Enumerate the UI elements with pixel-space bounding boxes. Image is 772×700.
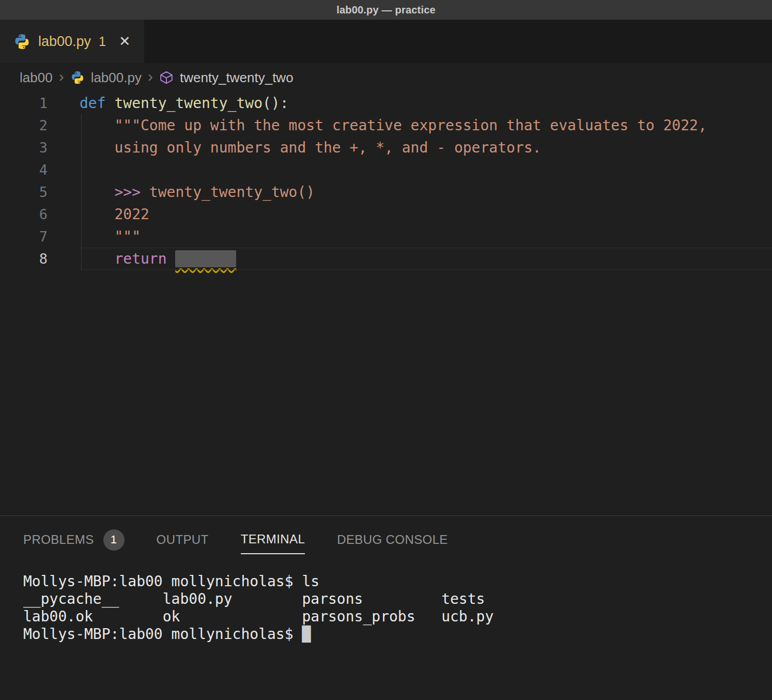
code-text: def twenty_twenty_two(): — [80, 92, 289, 114]
code-lines: 1def twenty_twenty_two():2 """Come up wi… — [0, 92, 772, 270]
line-number: 2 — [0, 114, 48, 136]
terminal-prompt: Mollys-MBP:lab00 mollynicholas$ — [23, 626, 302, 643]
line-number: 8 — [0, 248, 48, 270]
breadcrumb-file[interactable]: lab00.py — [91, 70, 142, 86]
code-line[interactable]: 6 2022 — [0, 203, 772, 225]
symbol-namespace-icon — [159, 70, 174, 85]
tab-problem-count: 1 — [99, 34, 106, 49]
tab-terminal[interactable]: TERMINAL — [241, 525, 305, 554]
breadcrumb-folder[interactable]: lab00 — [20, 70, 53, 86]
panel-tab-label: DEBUG CONSOLE — [337, 526, 448, 554]
line-number: 5 — [0, 181, 48, 203]
tab-debug-console[interactable]: DEBUG CONSOLE — [337, 526, 448, 554]
line-number: 4 — [0, 159, 48, 181]
bottom-panel: PROBLEMS 1 OUTPUT TERMINAL DEBUG CONSOLE… — [0, 515, 772, 700]
panel-tab-label: PROBLEMS — [23, 526, 94, 554]
breadcrumb: lab00 › lab00.py › twenty_twenty_two — [0, 63, 772, 92]
window-title: lab00.py — practice — [336, 4, 436, 16]
code-line[interactable]: 8 return — [0, 248, 772, 270]
vscode-window: lab00.py — practice lab00.py 1 ✕ lab00 ›… — [0, 0, 772, 700]
terminal-line: lab00.ok ok parsons_probs ucb.py — [23, 608, 772, 626]
code-text: 2022 — [80, 203, 149, 225]
tab-output[interactable]: OUTPUT — [157, 526, 209, 554]
problems-count-badge: 1 — [103, 529, 125, 551]
warning-squiggle-selection — [175, 250, 236, 267]
tab-problems[interactable]: PROBLEMS 1 — [23, 526, 125, 554]
editor-tab-bar: lab00.py 1 ✕ — [0, 20, 772, 63]
terminal-line: __pycache__ lab00.py parsons tests — [23, 590, 772, 608]
code-line[interactable]: 2 """Come up with the most creative expr… — [0, 114, 772, 136]
breadcrumb-symbol[interactable]: twenty_twenty_two — [180, 70, 294, 86]
tab-filename: lab00.py — [38, 34, 91, 50]
line-number: 1 — [0, 92, 48, 114]
panel-tab-label: TERMINAL — [241, 525, 305, 554]
code-text: >>> twenty_twenty_two() — [80, 181, 315, 203]
terminal-output[interactable]: Mollys-MBP:lab00 mollynicholas$ ls__pyca… — [0, 564, 772, 643]
code-line[interactable]: 4 — [0, 159, 772, 181]
code-editor[interactable]: 1def twenty_twenty_two():2 """Come up wi… — [0, 92, 772, 515]
terminal-prompt-line[interactable]: Mollys-MBP:lab00 mollynicholas$ █ — [23, 626, 772, 643]
chevron-right-icon: › — [59, 69, 64, 87]
terminal-cursor: █ — [302, 626, 311, 643]
code-text: return — [80, 248, 236, 270]
terminal-line: Mollys-MBP:lab00 mollynicholas$ ls — [23, 573, 772, 590]
panel-tab-label: OUTPUT — [157, 526, 209, 554]
line-number: 6 — [0, 203, 48, 225]
close-icon[interactable]: ✕ — [119, 33, 131, 50]
python-icon — [13, 33, 30, 50]
code-text: using only numbers and the +, *, and - o… — [80, 136, 541, 159]
code-text: """Come up with the most creative expres… — [80, 114, 707, 136]
code-line[interactable]: 5 >>> twenty_twenty_two() — [0, 181, 772, 203]
tab-lab00py[interactable]: lab00.py 1 ✕ — [0, 20, 144, 63]
code-line[interactable]: 1def twenty_twenty_two(): — [0, 92, 772, 114]
panel-tab-bar: PROBLEMS 1 OUTPUT TERMINAL DEBUG CONSOLE — [0, 516, 772, 564]
chevron-right-icon: › — [148, 69, 153, 87]
code-line[interactable]: 3 using only numbers and the +, *, and -… — [0, 136, 772, 159]
line-number: 3 — [0, 136, 48, 159]
window-titlebar: lab00.py — practice — [0, 0, 772, 20]
code-text: """ — [80, 225, 141, 248]
python-icon — [70, 70, 85, 85]
line-number: 7 — [0, 225, 48, 248]
code-line[interactable]: 7 """ — [0, 225, 772, 248]
